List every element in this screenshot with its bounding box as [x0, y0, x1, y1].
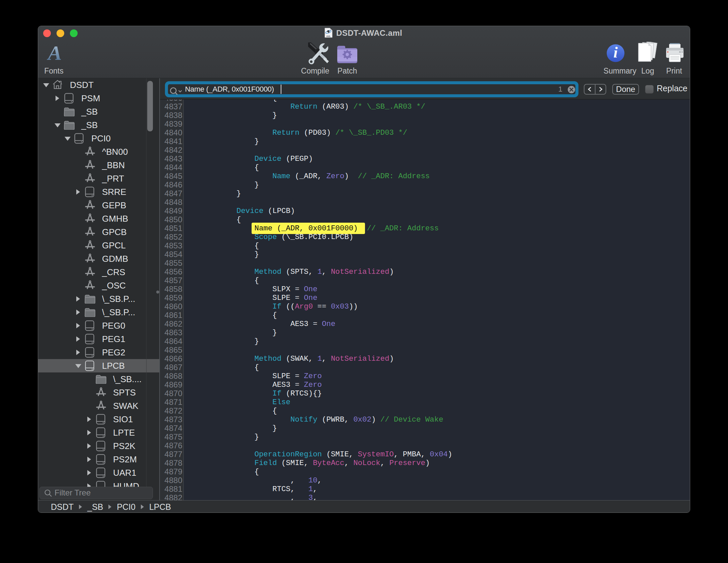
svg-text:AML: AML [326, 35, 331, 37]
svg-text:i: i [614, 44, 618, 61]
